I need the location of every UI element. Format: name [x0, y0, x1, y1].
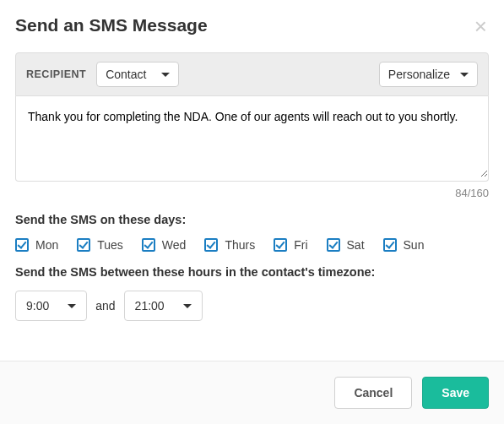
chevron-down-icon [161, 73, 170, 77]
days-row: Mon Tues Wed Thurs Fri Sat [15, 238, 489, 252]
checkbox-icon [77, 238, 90, 252]
recipient-bar: RECIPIENT Contact Personalize [15, 52, 489, 96]
message-textarea-wrap [15, 96, 489, 182]
hours-connector: and [95, 299, 115, 313]
day-label: Tues [97, 238, 123, 252]
close-icon[interactable]: × [473, 15, 489, 37]
modal-title: Send an SMS Message [15, 15, 208, 35]
hour-from-select[interactable]: 9:00 [15, 291, 87, 321]
recipient-label: RECIPIENT [26, 68, 86, 80]
hours-section-label: Send the SMS between these hours in the … [15, 265, 489, 279]
personalize-select[interactable]: Personalize [379, 62, 478, 87]
save-button[interactable]: Save [422, 377, 489, 409]
day-mon[interactable]: Mon [15, 238, 58, 252]
day-label: Wed [162, 238, 187, 252]
checkbox-icon [274, 238, 287, 252]
day-label: Sat [347, 238, 365, 252]
recipient-left: RECIPIENT Contact [26, 62, 179, 87]
recipient-select[interactable]: Contact [96, 62, 179, 87]
chevron-down-icon [68, 304, 76, 308]
day-sun[interactable]: Sun [383, 238, 425, 252]
day-label: Sun [404, 238, 425, 252]
hour-to-select[interactable]: 21:00 [124, 291, 203, 321]
day-label: Mon [35, 238, 58, 252]
day-thurs[interactable]: Thurs [204, 238, 255, 252]
day-sat[interactable]: Sat [327, 238, 365, 252]
days-section-label: Send the SMS on these days: [15, 213, 489, 226]
checkbox-icon [15, 238, 29, 252]
hour-to-value: 21:00 [135, 299, 165, 313]
day-label: Fri [294, 238, 307, 252]
day-tues[interactable]: Tues [77, 238, 123, 252]
checkbox-icon [142, 238, 155, 252]
chevron-down-icon [183, 304, 192, 308]
day-fri[interactable]: Fri [274, 238, 307, 252]
personalize-label: Personalize [388, 68, 450, 81]
modal-footer: Cancel Save [0, 361, 504, 424]
modal-header: Send an SMS Message × [0, 0, 504, 37]
cancel-button[interactable]: Cancel [334, 377, 412, 409]
hour-from-value: 9:00 [26, 299, 49, 313]
message-textarea[interactable] [16, 96, 488, 177]
modal-body: RECIPIENT Contact Personalize 84/160 Sen… [0, 37, 504, 361]
chevron-down-icon [460, 73, 469, 77]
sms-modal: Send an SMS Message × RECIPIENT Contact … [0, 0, 504, 424]
checkbox-icon [383, 238, 397, 252]
day-label: Thurs [225, 238, 255, 252]
recipient-value: Contact [106, 68, 146, 81]
char-count: 84/160 [15, 187, 489, 199]
hours-row: 9:00 and 21:00 [15, 291, 489, 321]
day-wed[interactable]: Wed [142, 238, 187, 252]
checkbox-icon [204, 238, 218, 252]
checkbox-icon [327, 238, 340, 252]
